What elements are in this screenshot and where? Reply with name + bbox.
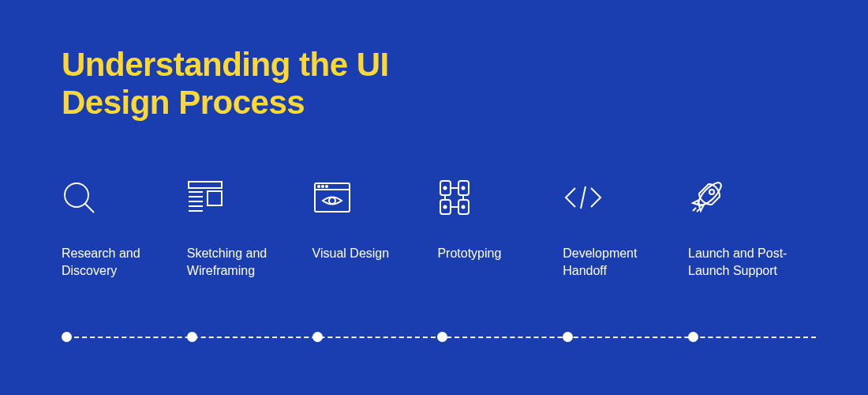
svg-point-22 [462, 206, 465, 209]
timeline-dot [187, 332, 197, 342]
process-steps: Research and Discovery Sketching and Wir… [62, 178, 806, 279]
step-label: Development Handoff [563, 245, 669, 279]
title-line-2: Design Process [62, 84, 305, 121]
svg-point-13 [326, 186, 327, 187]
code-icon [563, 178, 681, 217]
step-label: Sketching and Wireframing [187, 245, 294, 279]
timeline-dot [688, 332, 698, 342]
visual-icon [312, 178, 431, 217]
page-title: Understanding the UI Design Process [62, 46, 389, 122]
svg-line-1 [85, 204, 94, 213]
timeline-dots [62, 332, 806, 342]
step-visual-design: Visual Design [312, 178, 431, 279]
svg-rect-2 [189, 182, 222, 188]
step-label: Prototyping [437, 245, 544, 262]
step-research: Research and Discovery [62, 178, 180, 279]
step-handoff: Development Handoff [563, 178, 681, 279]
svg-line-29 [693, 208, 696, 211]
step-launch: Launch and Post-Launch Support [688, 178, 806, 279]
svg-rect-3 [208, 191, 222, 205]
rocket-icon [688, 178, 806, 217]
svg-line-30 [697, 209, 699, 212]
timeline-dot [563, 332, 573, 342]
step-wireframing: Sketching and Wireframing [187, 178, 305, 279]
svg-point-14 [329, 198, 335, 204]
svg-point-0 [65, 183, 88, 207]
timeline-dot [62, 332, 72, 342]
svg-point-19 [444, 187, 447, 190]
svg-point-11 [318, 186, 320, 187]
title-line-1: Understanding the UI [62, 46, 389, 83]
prototype-icon [437, 178, 556, 217]
step-label: Research and Discovery [62, 245, 168, 279]
timeline [62, 332, 821, 343]
step-label: Launch and Post-Launch Support [688, 245, 795, 279]
step-label: Visual Design [312, 245, 419, 262]
timeline-dot [437, 332, 447, 342]
wireframe-icon [187, 178, 305, 217]
svg-point-21 [444, 206, 447, 209]
timeline-dot [312, 332, 323, 342]
svg-point-20 [462, 187, 465, 190]
magnify-icon [62, 178, 180, 217]
svg-point-12 [322, 186, 324, 187]
step-prototyping: Prototyping [437, 178, 556, 279]
svg-point-28 [709, 190, 714, 194]
svg-line-27 [581, 186, 586, 209]
